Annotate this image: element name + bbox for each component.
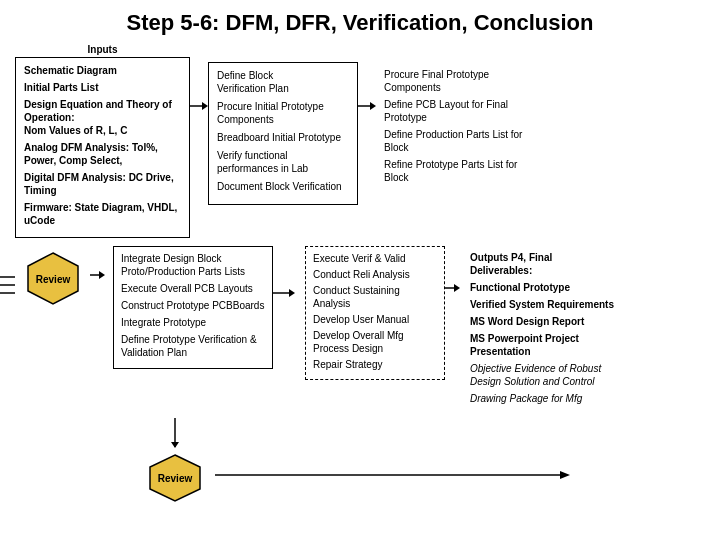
conduct-box: Execute Verif & Valid Conduct Reli Analy… — [305, 246, 445, 380]
cond-user-manual: Develop User Manual — [313, 313, 437, 326]
svg-marker-16 — [171, 442, 179, 448]
arrow-2 — [358, 99, 376, 113]
outputs-title: Outputs P4, Final Deliverables: — [470, 251, 615, 277]
input-schematic: Schematic Diagram — [24, 64, 181, 77]
inputs-box: Schematic Diagram Initial Parts List Des… — [15, 57, 190, 238]
svg-marker-14 — [454, 284, 460, 292]
review-hexagon-bottom: Review — [145, 453, 205, 503]
out-functional: Functional Prototype — [470, 281, 615, 294]
main-layout: Inputs Schematic Diagram Initial Parts L… — [15, 44, 705, 503]
arrow-to-outputs — [445, 281, 460, 295]
bottom-long-line — [205, 465, 575, 485]
cond-sustaining: Conduct Sustaining Analysis — [313, 284, 437, 310]
review-hexagon-top: Review — [23, 251, 83, 306]
final-outputs: Outputs P4, Final Deliverables: Function… — [465, 246, 620, 414]
bottom-review-area: Review — [145, 418, 705, 503]
verify-define: Define BlockVerification Plan — [217, 69, 349, 95]
out-drawing: Drawing Package for Mfg — [470, 392, 615, 405]
input-analog: Analog DFM Analysis: Tol%, Power, Comp S… — [24, 141, 181, 167]
arrow-process-right — [273, 286, 295, 300]
out-objective: Objective Evidence of Robust Design Solu… — [470, 362, 615, 388]
bottom-flow: Review Integrate Design Block Proto/Prod… — [15, 246, 705, 414]
verify-document: Document Block Verification — [217, 180, 349, 193]
out-define-prod: Define Production Parts List for Block — [384, 128, 523, 154]
out-define-pcb: Define PCB Layout for Final Prototype — [384, 98, 523, 124]
input-firmware: Firmware: State Diagram, VHDL, uCode — [24, 201, 181, 227]
cond-mfg: Develop Overall Mfg Process Design — [313, 329, 437, 355]
verify-procure: Procure Initial Prototype Components — [217, 100, 349, 126]
proc-execute: Execute Overall PCB Layouts — [121, 282, 265, 295]
out-procure-final: Procure Final Prototype Components — [384, 68, 523, 94]
proc-integrate: Integrate Design Block Proto/Production … — [121, 252, 265, 278]
svg-text:Review: Review — [158, 473, 193, 484]
proc-define-verif: Define Prototype Verification & Validati… — [121, 333, 265, 359]
cond-repair: Repair Strategy — [313, 358, 437, 371]
svg-marker-12 — [289, 289, 295, 297]
top-outputs-box: Procure Final Prototype Components Defin… — [376, 62, 531, 194]
verify-functional: Verify functional performances in Lab — [217, 149, 349, 175]
out-msppt: MS Powerpoint Project Presentation — [470, 332, 615, 358]
arrow-1 — [190, 99, 208, 113]
verify-breadboard: Breadboard Initial Prototype — [217, 131, 349, 144]
out-msword: MS Word Design Report — [470, 315, 615, 328]
input-stack-arrows — [0, 269, 17, 309]
page-title: Step 5-6: DFM, DFR, Verification, Conclu… — [15, 10, 705, 36]
svg-marker-20 — [560, 471, 570, 479]
svg-marker-10 — [99, 271, 105, 279]
svg-text:Review: Review — [35, 274, 70, 285]
out-verified: Verified System Requirements — [470, 298, 615, 311]
input-parts: Initial Parts List — [24, 81, 181, 94]
inputs-label: Inputs — [88, 44, 118, 55]
page: Step 5-6: DFM, DFR, Verification, Conclu… — [0, 0, 720, 540]
proc-integrate-proto: Integrate Prototype — [121, 316, 265, 329]
cond-execute: Execute Verif & Valid — [313, 252, 437, 265]
input-design-eq: Design Equation and Theory of Operation:… — [24, 98, 181, 137]
process-box: Integrate Design Block Proto/Production … — [113, 246, 273, 369]
input-digital: Digital DFM Analysis: DC Drive, Timing — [24, 171, 181, 197]
proc-construct: Construct Prototype PCBBoards — [121, 299, 265, 312]
out-refine: Refine Prototype Parts List for Block — [384, 158, 523, 184]
arrow-hex-process — [90, 268, 105, 282]
down-arrow-to-hex — [165, 418, 185, 453]
cond-reli: Conduct Reli Analysis — [313, 268, 437, 281]
verify-box: Define BlockVerification Plan Procure In… — [208, 62, 358, 205]
